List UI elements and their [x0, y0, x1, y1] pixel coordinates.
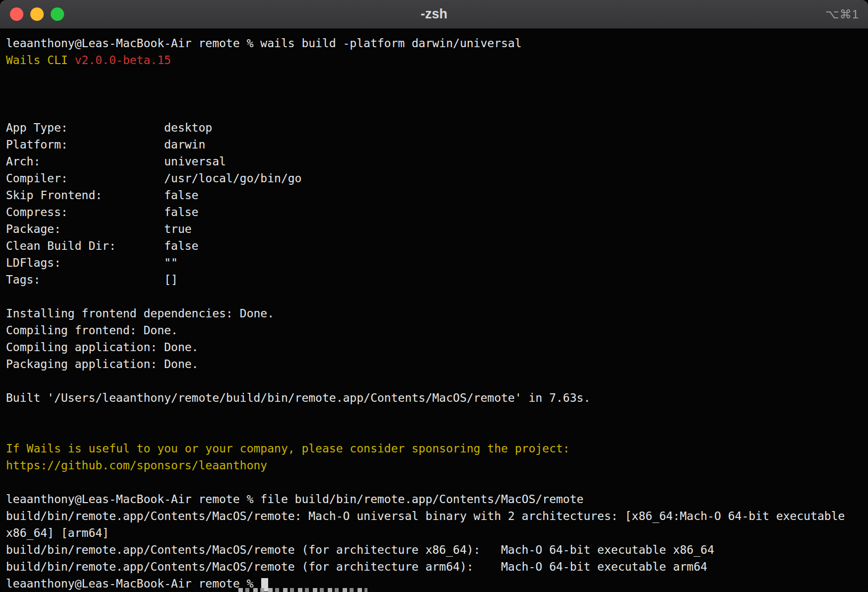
terminal-line: Compress: false	[6, 204, 868, 221]
clipped-text-fragment	[238, 588, 367, 592]
terminal-text-segment: If Wails is useful to you or your compan…	[6, 442, 570, 455]
terminal-line: Built '/Users/leaanthony/remote/build/bi…	[6, 389, 868, 406]
terminal-line	[6, 406, 868, 423]
terminal-text-segment: v2.0.0-beta.15	[74, 54, 171, 67]
terminal-text-segment: https://github.com/sponsors/leaanthony	[6, 459, 267, 472]
terminal-text-segment: leaanthony@Leas-MacBook-Air remote %	[6, 577, 260, 590]
terminal-text-segment: x86_64] [arm64]	[6, 526, 109, 539]
terminal-text-segment: LDFlags: ""	[6, 256, 178, 269]
terminal-text-segment: Tags: []	[6, 273, 178, 286]
terminal-text-segment: Installing frontend dependencies: Done.	[6, 307, 274, 320]
terminal-text-segment: Clean Build Dir: false	[6, 239, 199, 252]
terminal-line	[6, 474, 868, 491]
terminal-line: build/bin/remote.app/Contents/MacOS/remo…	[6, 558, 868, 575]
terminal-text-segment: Arch: universal	[6, 155, 226, 168]
terminal-line: leaanthony@Leas-MacBook-Air remote % wai…	[6, 35, 868, 52]
terminal-line: LDFlags: ""	[6, 254, 868, 271]
terminal-line	[6, 288, 868, 305]
terminal-text-segment: leaanthony@Leas-MacBook-Air remote % wai…	[6, 37, 522, 50]
terminal-line-link[interactable]: https://github.com/sponsors/leaanthony	[6, 457, 868, 474]
terminal-line: Package: true	[6, 221, 868, 237]
terminal-line: build/bin/remote.app/Contents/MacOS/remo…	[6, 508, 868, 524]
terminal-line: build/bin/remote.app/Contents/MacOS/remo…	[6, 541, 868, 558]
terminal-line	[6, 69, 868, 85]
terminal-line: App Type: desktop	[6, 119, 868, 136]
window-title: -zsh	[0, 6, 868, 22]
terminal-line	[6, 102, 868, 119]
terminal-window: -zsh ⌥⌘1 leaanthony@Leas-MacBook-Air rem…	[0, 0, 868, 592]
minimize-button[interactable]	[30, 7, 44, 21]
window-titlebar[interactable]: -zsh ⌥⌘1	[0, 0, 868, 29]
terminal-line: Compiling frontend: Done.	[6, 322, 868, 339]
terminal-line	[6, 423, 868, 440]
terminal-line: Platform: darwin	[6, 136, 868, 153]
terminal-text-segment: App Type: desktop	[6, 121, 212, 134]
terminal-line: leaanthony@Leas-MacBook-Air remote %	[6, 575, 868, 592]
terminal-line: leaanthony@Leas-MacBook-Air remote % fil…	[6, 491, 868, 508]
terminal-line: If Wails is useful to you or your compan…	[6, 440, 868, 457]
terminal-text-segment: Package: true	[6, 222, 192, 235]
terminal-line: Compiler: /usr/local/go/bin/go	[6, 170, 868, 187]
terminal-text-segment: Compress: false	[6, 206, 199, 219]
terminal-text-segment: Packaging application: Done.	[6, 358, 199, 370]
terminal-line: Compiling application: Done.	[6, 339, 868, 356]
terminal-line: Tags: []	[6, 271, 868, 288]
terminal-output[interactable]: leaanthony@Leas-MacBook-Air remote % wai…	[0, 29, 868, 592]
terminal-text-segment: build/bin/remote.app/Contents/MacOS/remo…	[6, 510, 845, 522]
terminal-line	[6, 372, 868, 389]
terminal-text-segment: Skip Frontend: false	[6, 189, 199, 202]
terminal-text-segment: Wails CLI	[6, 54, 74, 67]
terminal-line: Clean Build Dir: false	[6, 237, 868, 254]
terminal-line: x86_64] [arm64]	[6, 524, 868, 541]
terminal-text-segment: leaanthony@Leas-MacBook-Air remote % fil…	[6, 493, 583, 506]
close-button[interactable]	[10, 7, 23, 21]
terminal-text-segment: Platform: darwin	[6, 138, 206, 151]
terminal-text-segment: Compiling application: Done.	[6, 341, 199, 354]
terminal-line: Wails CLI v2.0.0-beta.15	[6, 52, 868, 69]
zoom-button[interactable]	[51, 7, 64, 21]
terminal-text-segment: Compiler: /usr/local/go/bin/go	[6, 172, 301, 185]
tab-shortcut-badge: ⌥⌘1	[825, 7, 859, 21]
terminal-line	[6, 85, 868, 102]
terminal-text-segment: build/bin/remote.app/Contents/MacOS/remo…	[6, 560, 707, 573]
terminal-text-segment: build/bin/remote.app/Contents/MacOS/remo…	[6, 543, 714, 556]
terminal-line: Packaging application: Done.	[6, 356, 868, 372]
terminal-line: Arch: universal	[6, 153, 868, 170]
terminal-text-segment: Built '/Users/leaanthony/remote/build/bi…	[6, 391, 590, 404]
terminal-text-segment: Compiling frontend: Done.	[6, 324, 178, 337]
terminal-line: Installing frontend dependencies: Done.	[6, 305, 868, 322]
terminal-line: Skip Frontend: false	[6, 187, 868, 204]
traffic-lights	[0, 7, 64, 21]
